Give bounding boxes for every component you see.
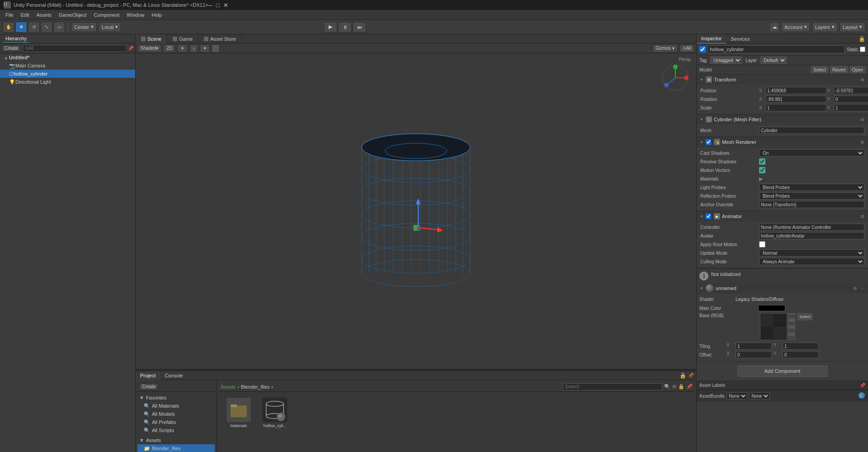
mesh-renderer-settings-icon[interactable]: ⚙ xyxy=(859,139,865,145)
close-btn[interactable]: ✕ xyxy=(223,2,228,9)
asset-labels-pin[interactable]: 📌 xyxy=(860,383,865,388)
mesh-filter-settings-icon[interactable]: ⚙ xyxy=(859,116,865,123)
menu-gameobject[interactable]: GameObject xyxy=(55,11,90,19)
pos-y-field[interactable] xyxy=(834,87,868,94)
hierarchy-scene[interactable]: ▼ Untitled* xyxy=(0,53,135,62)
all-scripts-item[interactable]: 🔍 All Scripts xyxy=(137,426,215,434)
menu-window[interactable]: Window xyxy=(123,11,148,19)
menu-file[interactable]: File xyxy=(2,11,17,19)
2d-btn[interactable]: 2D xyxy=(163,44,175,52)
static-checkbox[interactable] xyxy=(860,47,865,52)
object-active-toggle[interactable] xyxy=(699,46,706,52)
all-prefabs-item[interactable]: 🔍 All Prefabs xyxy=(137,418,215,426)
lock-icon[interactable]: 🔒 xyxy=(678,384,684,390)
avatar-field[interactable] xyxy=(759,232,864,239)
light-probes-select[interactable]: Blend Probes xyxy=(759,184,864,191)
hierarchy-pin-icon[interactable]: 📌 xyxy=(128,46,133,51)
blender-files-item[interactable]: 📁 Blender_files xyxy=(137,444,215,452)
anchor-override-field[interactable] xyxy=(759,201,864,208)
viewport[interactable]: .wire { stroke: #1a6aa8; stroke-width: 0… xyxy=(136,53,696,369)
material-header[interactable]: ▼ unnamed ⚙ ⋯ xyxy=(697,283,868,293)
bottom-pin-icon[interactable]: 📌 xyxy=(688,373,693,378)
assets-group[interactable]: ▼ Assets xyxy=(137,436,215,444)
effects-toggle[interactable]: ✦ xyxy=(200,44,210,52)
project-create-btn[interactable]: Create xyxy=(139,383,158,390)
all-materials-item[interactable]: 🔍 All Materials xyxy=(137,402,215,410)
cloud-button[interactable]: ☁ xyxy=(769,22,779,32)
rot-x-field[interactable] xyxy=(765,95,826,103)
offset-x-input[interactable] xyxy=(736,351,772,358)
scale-tool[interactable]: ⤡ xyxy=(41,22,52,33)
rect-tool[interactable]: ▭ xyxy=(53,22,65,33)
scale-y-field[interactable] xyxy=(834,104,868,111)
window-controls[interactable]: ─ □ ✕ xyxy=(208,2,228,9)
hierarchy-tab[interactable]: Hierarchy xyxy=(3,35,29,43)
hollow-cylinder-asset[interactable]: hollow_cyli... xyxy=(259,395,291,430)
controller-field[interactable] xyxy=(759,224,864,231)
menu-help[interactable]: Help xyxy=(148,11,165,19)
hierarchy-create-btn[interactable]: Create xyxy=(2,45,21,52)
menu-component[interactable]: Component xyxy=(90,11,123,19)
animator-header[interactable]: ▼ ▶ Animator ⚙ xyxy=(697,211,868,221)
object-name-input[interactable] xyxy=(708,45,845,53)
services-tab[interactable]: Services xyxy=(726,34,754,43)
transform-header[interactable]: ▼ ⊕ Transform ⚙ xyxy=(697,75,868,85)
breadcrumb-assets[interactable]: Assets xyxy=(221,384,236,390)
local-dropdown[interactable]: Local ▾ xyxy=(99,22,121,32)
rot-y-field[interactable] xyxy=(834,95,868,103)
maximize-btn[interactable]: □ xyxy=(216,2,220,9)
center-dropdown[interactable]: Center ▾ xyxy=(71,22,97,32)
main-color-swatch[interactable] xyxy=(758,305,785,311)
asset-bundle-icon[interactable]: i xyxy=(858,392,865,400)
hand-tool[interactable]: ✋ xyxy=(3,22,14,33)
materials-arrow[interactable]: ▶ xyxy=(759,176,763,182)
layers-dropdown[interactable]: Layers ▾ xyxy=(812,22,838,32)
hierarchy-item-camera[interactable]: 📷 Main Camera xyxy=(0,62,135,70)
hierarchy-item-cylinder[interactable]: ⬡ hollow_cylinder xyxy=(0,70,135,78)
reflection-probes-select[interactable]: Blend Probes xyxy=(759,192,864,200)
all-btn[interactable]: ⊙All xyxy=(679,44,694,52)
tiling-x-input[interactable] xyxy=(736,343,772,350)
move-tool[interactable]: ✚ xyxy=(15,22,27,33)
material-menu-icon[interactable]: ⋯ xyxy=(859,285,865,291)
all-models-item[interactable]: 🔍 All Models xyxy=(137,410,215,418)
asset-bundle-select-1[interactable]: None xyxy=(726,392,747,400)
animator-toggle[interactable] xyxy=(706,214,711,219)
hierarchy-search-input[interactable] xyxy=(23,45,126,52)
favorites-group[interactable]: ▼ Favorites xyxy=(137,394,215,402)
game-tab[interactable]: Game xyxy=(167,34,198,43)
mesh-value-field[interactable] xyxy=(759,127,864,134)
layout-dropdown[interactable]: Layout ▾ xyxy=(840,22,865,32)
mesh-renderer-toggle[interactable] xyxy=(706,139,711,145)
rotate-tool[interactable]: ↺ xyxy=(28,22,40,33)
pos-x-field[interactable] xyxy=(765,87,826,94)
breadcrumb-blender[interactable]: Blender_files xyxy=(241,384,270,390)
texture-area[interactable] xyxy=(760,313,787,340)
add-component-button[interactable]: Add Component xyxy=(737,365,828,377)
account-dropdown[interactable]: Account ▾ xyxy=(781,22,810,32)
scene-tab[interactable]: Scene xyxy=(136,34,167,43)
step-button[interactable]: ⏭ xyxy=(353,22,366,33)
open-btn[interactable]: Open xyxy=(850,66,865,73)
pin-icon[interactable]: 📌 xyxy=(686,384,693,390)
console-tab[interactable]: Console xyxy=(160,371,187,380)
pause-button[interactable]: ⏸ xyxy=(338,22,352,33)
culling-mode-select[interactable]: Always Animate xyxy=(759,258,864,265)
materials-asset[interactable]: Materials xyxy=(222,395,255,430)
tiling-y-input[interactable] xyxy=(783,343,819,350)
animator-settings-icon[interactable]: ⚙ xyxy=(859,213,865,219)
inspector-tab[interactable]: Inspector xyxy=(697,34,726,43)
receive-shadows-checkbox[interactable] xyxy=(759,158,765,165)
select-model-btn[interactable]: Select xyxy=(811,66,828,73)
revert-btn[interactable]: Revert xyxy=(830,66,848,73)
asset-store-tab[interactable]: Asset Store xyxy=(198,34,242,43)
update-mode-select[interactable]: Normal xyxy=(759,249,864,257)
menu-edit[interactable]: Edit xyxy=(17,11,33,19)
bottom-lock-icon[interactable]: 🔒 xyxy=(679,372,686,379)
play-button[interactable]: ▶ xyxy=(324,22,337,33)
minimize-btn[interactable]: ─ xyxy=(208,2,212,9)
hierarchy-item-light[interactable]: 💡 Directional Light xyxy=(0,78,135,86)
cast-shadows-select[interactable]: On xyxy=(759,149,864,157)
motion-vectors-checkbox[interactable] xyxy=(759,167,765,173)
asset-search-input[interactable] xyxy=(563,383,662,390)
